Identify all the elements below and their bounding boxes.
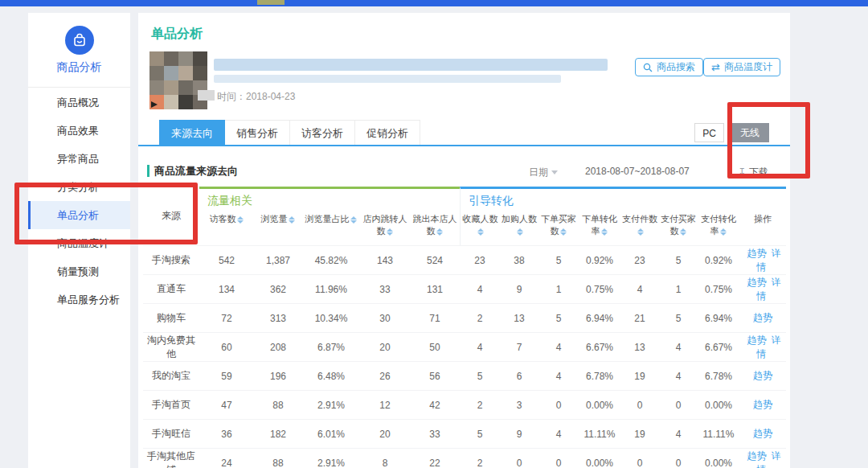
- sidebar-item[interactable]: 单品服务分析: [28, 285, 130, 314]
- source-cell: 淘内免费其他: [143, 334, 199, 361]
- value-cell: 0.00%: [698, 458, 739, 468]
- value-cell: 134: [199, 284, 254, 295]
- value-cell: 182: [254, 429, 302, 440]
- sort-icon[interactable]: [680, 228, 687, 236]
- value-cell: 0: [620, 458, 659, 468]
- column-header[interactable]: 支付件数: [620, 208, 659, 245]
- value-cell: 4: [659, 342, 698, 353]
- column-header[interactable]: 支付买家数: [659, 208, 698, 245]
- traffic-source-table: 来源 流量相关 引导转化 访客数浏览量浏览量占比店内跳转人数跳出本店人数收藏人数…: [143, 187, 786, 468]
- tab[interactable]: 促销分析: [355, 120, 420, 145]
- value-cell: 13: [620, 342, 659, 353]
- trend-link[interactable]: 趋势: [753, 428, 772, 439]
- column-header[interactable]: 跳出本店人数: [410, 208, 460, 245]
- value-cell: 0.75%: [579, 284, 620, 295]
- tab-active[interactable]: 来源去向: [159, 120, 225, 145]
- value-cell: 4: [538, 371, 579, 382]
- sidebar-item-active[interactable]: 单品分析: [28, 201, 130, 229]
- value-cell: 23: [620, 255, 659, 266]
- sidebar-item[interactable]: 异常商品: [28, 145, 130, 173]
- value-cell: 38: [500, 255, 538, 266]
- value-cell: 9: [500, 284, 538, 295]
- tab[interactable]: 销售分析: [225, 120, 290, 145]
- product-image-blurred: [149, 51, 207, 109]
- value-cell: 5: [460, 371, 500, 382]
- value-cell: 2: [460, 400, 500, 411]
- value-cell: 362: [254, 284, 302, 295]
- date-range-value[interactable]: 2018-08-07~2018-08-07: [585, 166, 690, 177]
- table-row: 手淘首页47882.91%12422300.00%000.00%趋势: [143, 390, 786, 419]
- value-cell: 13: [500, 313, 538, 324]
- trend-link[interactable]: 趋势: [753, 399, 772, 410]
- sort-icon[interactable]: [350, 216, 358, 224]
- value-cell: 4: [538, 342, 579, 353]
- value-cell: 0: [659, 400, 698, 411]
- table-body: 手淘搜索5421,38745.82%143524233850.92%2350.9…: [143, 245, 786, 468]
- value-cell: 0.92%: [698, 255, 739, 266]
- sidebar-menu: 商品概况商品效果异常商品分类分析单品分析商品温度计销量预测单品服务分析: [28, 88, 130, 314]
- value-cell: 6.67%: [579, 342, 620, 353]
- column-header[interactable]: 访客数: [199, 208, 254, 245]
- value-cell: 0: [500, 458, 538, 468]
- value-cell: 11.11%: [698, 429, 739, 440]
- sidebar-item[interactable]: 商品概况: [28, 88, 130, 117]
- sidebar-item[interactable]: 分类分析: [28, 173, 130, 201]
- table-row: 淘内免费其他602086.87%20504746.67%1346.67%趋势详情: [143, 332, 786, 361]
- column-header[interactable]: 加购人数: [500, 208, 538, 245]
- trend-link[interactable]: 趋势: [753, 312, 772, 323]
- sort-icon[interactable]: [720, 228, 727, 236]
- value-cell: 5: [659, 255, 698, 266]
- sort-icon[interactable]: [237, 216, 244, 224]
- toggle-wireless-button[interactable]: 无线: [731, 123, 769, 142]
- column-header: 操作: [739, 208, 786, 245]
- value-cell: 7: [500, 342, 538, 353]
- value-cell: 36: [199, 429, 254, 440]
- tab[interactable]: 访客分析: [290, 120, 355, 145]
- sort-icon[interactable]: [477, 228, 485, 236]
- sidebar: 商品分析 商品概况商品效果异常商品分类分析单品分析商品温度计销量预测单品服务分析: [28, 13, 130, 468]
- actions-cell: 趋势: [739, 311, 786, 325]
- column-header[interactable]: 浏览量占比: [302, 208, 360, 245]
- column-header[interactable]: 下单转化率: [579, 208, 620, 245]
- value-cell: 6: [500, 371, 538, 382]
- sidebar-item[interactable]: 销量预测: [28, 257, 130, 285]
- sidebar-item[interactable]: 商品效果: [28, 117, 130, 145]
- sidebar-header: 商品分析: [28, 13, 130, 88]
- date-dropdown[interactable]: 日期: [529, 166, 558, 179]
- value-cell: 2.91%: [302, 400, 360, 411]
- main-content: 单品分析 时间：2018-04-23 商品搜索 ⇄ 商品温度计 来源去向销售分析…: [138, 13, 790, 468]
- value-cell: 6.01%: [302, 429, 360, 440]
- column-header[interactable]: 下单买家数: [538, 208, 579, 245]
- product-thermometer-label: 商品温度计: [724, 60, 772, 74]
- trend-link[interactable]: 趋势: [753, 370, 772, 381]
- toggle-pc-button[interactable]: PC: [694, 123, 724, 142]
- column-header[interactable]: 店内跳转人数: [360, 208, 410, 245]
- source-cell: 手淘其他店铺: [143, 450, 199, 468]
- download-button[interactable]: ↧下载: [738, 166, 768, 179]
- trend-link[interactable]: 趋势: [747, 450, 767, 462]
- search-icon: [643, 63, 653, 72]
- column-header[interactable]: 支付转化率: [698, 208, 739, 245]
- product-thermometer-button[interactable]: ⇄ 商品温度计: [703, 58, 780, 76]
- value-cell: 5: [460, 429, 500, 440]
- column-header[interactable]: 浏览量: [254, 208, 302, 245]
- sort-icon[interactable]: [516, 228, 523, 236]
- platform-toggle: PC 无线: [694, 123, 769, 142]
- column-header[interactable]: 收藏人数: [460, 208, 500, 245]
- group-header-flow: 流量相关: [199, 187, 460, 208]
- sort-icon[interactable]: [436, 228, 444, 236]
- sort-icon[interactable]: [387, 228, 394, 236]
- product-search-button[interactable]: 商品搜索: [635, 58, 703, 76]
- value-cell: 4: [460, 342, 500, 353]
- trend-link[interactable]: 趋势: [747, 335, 767, 346]
- trend-link[interactable]: 趋势: [747, 248, 767, 259]
- sort-icon[interactable]: [601, 228, 608, 236]
- sort-icon[interactable]: [289, 216, 296, 224]
- sort-icon[interactable]: [637, 228, 644, 236]
- actions-cell: 趋势详情: [739, 276, 786, 303]
- sidebar-item[interactable]: 商品温度计: [28, 229, 130, 257]
- sort-icon[interactable]: [560, 228, 567, 236]
- trend-link[interactable]: 趋势: [747, 277, 767, 288]
- value-cell: 11.96%: [302, 284, 360, 295]
- source-cell: 手淘搜索: [143, 253, 199, 267]
